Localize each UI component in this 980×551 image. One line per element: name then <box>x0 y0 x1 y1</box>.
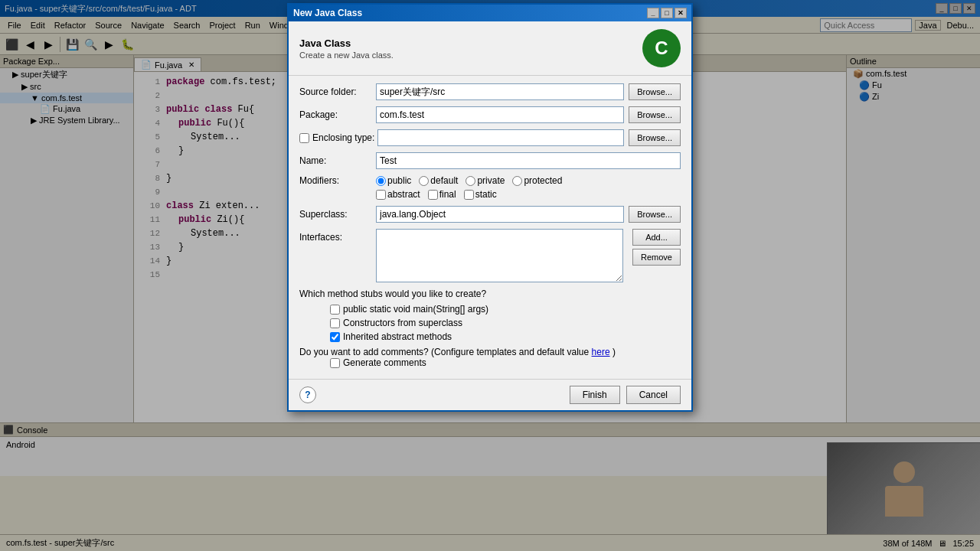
method-inherited-checkbox[interactable] <box>330 332 340 342</box>
dialog-footer: ? Finish Cancel <box>289 379 691 410</box>
dialog-minimize-btn[interactable]: _ <box>647 8 659 18</box>
modifier-abstract-label[interactable]: abstract <box>376 189 420 200</box>
method-main-checkbox[interactable] <box>330 305 340 315</box>
enclosing-row: Enclosing type: Browse... <box>299 129 681 146</box>
superclass-input[interactable] <box>376 206 624 223</box>
interfaces-add-btn[interactable]: Add... <box>632 229 681 246</box>
comments-link-end: ) <box>612 347 616 357</box>
method-constructors-row: Constructors from superclass <box>330 318 681 328</box>
package-input[interactable] <box>376 106 624 123</box>
comments-title: Do you want to add comments? (Configure … <box>299 347 592 357</box>
method-inherited-row: Inherited abstract methods <box>330 331 681 342</box>
modifier-checks-row: abstract final static <box>376 189 681 200</box>
package-row: Package: Browse... <box>299 106 681 123</box>
source-folder-input[interactable] <box>376 83 624 100</box>
dialog-title: New Java Class <box>293 8 362 18</box>
comments-section: Do you want to add comments? (Configure … <box>299 347 681 357</box>
modifier-protected-label[interactable]: protected <box>512 175 562 186</box>
modifier-default-radio[interactable] <box>419 176 429 186</box>
help-button[interactable]: ? <box>299 386 316 403</box>
package-label: Package: <box>299 109 376 120</box>
superclass-browse-btn[interactable]: Browse... <box>629 206 681 223</box>
enclosing-browse-btn[interactable]: Browse... <box>629 129 681 146</box>
dialog-header-text: Java Class Create a new Java class. <box>299 37 394 60</box>
modifier-static-checkbox[interactable] <box>464 190 474 200</box>
modifier-static-label[interactable]: static <box>464 189 497 200</box>
name-row: Name: <box>299 152 681 169</box>
dialog-body: Source folder: Browse... Package: Browse… <box>289 76 691 379</box>
source-folder-label: Source folder: <box>299 86 376 97</box>
finish-button[interactable]: Finish <box>570 386 620 404</box>
modifier-default-label[interactable]: default <box>419 175 458 186</box>
dialog-header-subtitle: Create a new Java class. <box>299 51 394 60</box>
interfaces-buttons: Add... Remove <box>628 229 681 266</box>
method-stubs-title: Which method stubs would you like to cre… <box>299 289 681 299</box>
dialog-header-title: Java Class <box>299 37 394 49</box>
modifier-private-label[interactable]: private <box>466 175 505 186</box>
name-input[interactable] <box>376 152 681 169</box>
generate-comments-row: Generate comments <box>330 357 681 368</box>
name-label: Name: <box>299 155 376 166</box>
modifiers-label: Modifiers: <box>299 175 376 186</box>
java-class-icon: C <box>642 29 681 67</box>
interfaces-row: Interfaces: Add... Remove <box>299 229 681 282</box>
source-folder-browse-btn[interactable]: Browse... <box>629 83 681 100</box>
method-inherited-label: Inherited abstract methods <box>343 331 452 342</box>
interfaces-remove-btn[interactable]: Remove <box>632 249 681 266</box>
modifier-public-radio[interactable] <box>376 176 386 186</box>
enclosing-checkbox[interactable] <box>299 133 309 143</box>
modifier-private-radio[interactable] <box>466 176 475 186</box>
superclass-row: Superclass: Browse... <box>299 206 681 223</box>
dialog-titlebar: New Java Class _ □ ✕ <box>289 5 691 21</box>
cancel-button[interactable]: Cancel <box>626 386 681 404</box>
modifier-final-checkbox[interactable] <box>428 190 438 200</box>
comments-link[interactable]: here <box>592 347 610 357</box>
dialog-close-btn[interactable]: ✕ <box>675 8 687 18</box>
superclass-label: Superclass: <box>299 209 376 220</box>
method-main-row: public static void main(String[] args) <box>330 304 681 315</box>
method-main-label: public static void main(String[] args) <box>343 304 488 315</box>
new-java-class-dialog: New Java Class _ □ ✕ Java Class Create a… <box>287 3 693 412</box>
generate-comments-label: Generate comments <box>343 357 426 368</box>
modifier-final-label[interactable]: final <box>428 189 456 200</box>
method-constructors-checkbox[interactable] <box>330 318 340 328</box>
enclosing-label: Enclosing type: <box>312 132 374 143</box>
modifier-public-label[interactable]: public <box>376 175 411 186</box>
modifiers-radio-group: public default private protected <box>376 175 562 186</box>
dialog-titlebar-buttons: _ □ ✕ <box>647 8 687 18</box>
generate-comments-checkbox[interactable] <box>330 358 340 368</box>
interfaces-label: Interfaces: <box>299 229 376 243</box>
ide-background: Fu.java - super关键字/src/com/fs/test/Fu.ja… <box>0 0 980 551</box>
dialog-maximize-btn[interactable]: □ <box>661 8 673 18</box>
method-constructors-label: Constructors from superclass <box>343 318 462 328</box>
modifier-abstract-checkbox[interactable] <box>376 190 386 200</box>
modifiers-row: Modifiers: public default private <box>299 175 681 186</box>
enclosing-input[interactable] <box>377 129 624 146</box>
modifier-protected-radio[interactable] <box>512 176 522 186</box>
package-browse-btn[interactable]: Browse... <box>629 106 681 123</box>
source-folder-row: Source folder: Browse... <box>299 83 681 100</box>
interfaces-input[interactable] <box>376 229 623 282</box>
dialog-header: Java Class Create a new Java class. C <box>289 21 691 76</box>
